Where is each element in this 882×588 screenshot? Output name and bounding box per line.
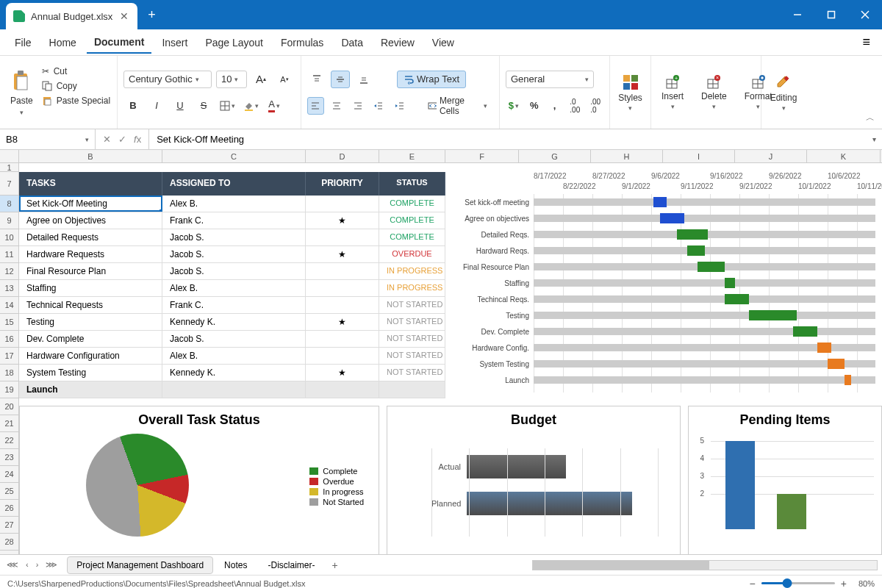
decrease-indent-button[interactable] (370, 97, 387, 115)
table-cell[interactable]: OVERDUE (379, 246, 445, 262)
column-header-tasks[interactable]: TASKS (19, 172, 162, 196)
column-header-assigned[interactable]: ASSIGNED TO (162, 172, 306, 196)
row-header[interactable]: 15 (0, 314, 19, 331)
column-headers[interactable]: BCDEFGHIJK (0, 150, 882, 163)
column-header[interactable]: D (306, 150, 379, 162)
zoom-slider-thumb[interactable] (782, 578, 792, 588)
row-header[interactable]: 23 (0, 449, 19, 466)
align-middle-button[interactable] (331, 71, 350, 88)
table-cell[interactable]: Hardware Configuration (19, 348, 162, 364)
row-header[interactable]: 25 (0, 483, 19, 500)
row-header[interactable]: 16 (0, 331, 19, 348)
font-size-dropdown[interactable]: 10▾ (216, 71, 247, 88)
menu-more-icon[interactable]: ≡ (858, 32, 875, 53)
table-cell[interactable] (306, 331, 379, 347)
column-header[interactable]: F (445, 150, 519, 162)
borders-button[interactable] (218, 97, 237, 115)
row-headers[interactable]: 1789101112131415161718192021222324252627… (0, 163, 19, 554)
row-header[interactable]: 10 (0, 229, 19, 246)
table-row[interactable]: System TestingKennedy K.★NOT STARTED (19, 365, 445, 381)
align-center-button[interactable] (329, 97, 345, 115)
table-cell[interactable]: COMPLETE (379, 212, 445, 229)
table-cell[interactable]: Jacob S. (162, 246, 306, 262)
table-cell[interactable]: Alex B. (162, 348, 306, 364)
font-name-dropdown[interactable]: Century Gothic▾ (123, 71, 212, 88)
italic-button[interactable]: I (147, 97, 166, 115)
column-header[interactable]: K (807, 150, 881, 162)
decrease-font-button[interactable]: A▾ (275, 71, 294, 88)
table-row[interactable]: Dev. CompleteJacob S.NOT STARTED (19, 331, 445, 348)
table-cell[interactable] (306, 263, 379, 279)
document-tab[interactable]: Annual Budget.xlsx ✕ (6, 3, 137, 29)
table-cell[interactable] (306, 297, 379, 313)
row-header[interactable]: 19 (0, 381, 19, 398)
new-tab-button[interactable]: + (137, 7, 166, 23)
table-cell[interactable]: Frank C. (162, 297, 306, 313)
formula-input[interactable]: Set Kick-Off Meeting (149, 134, 867, 145)
row-header[interactable]: 8 (0, 196, 19, 212)
row-header[interactable]: 1 (0, 163, 19, 172)
column-header-priority[interactable]: PRIORITY (306, 172, 379, 196)
table-row[interactable]: Agree on ObjectivesFrank C.★COMPLETE (19, 212, 445, 229)
number-format-dropdown[interactable]: General▾ (506, 71, 594, 88)
sheet-tab[interactable]: Project Management Dashboard (67, 556, 213, 574)
table-cell[interactable] (306, 381, 379, 398)
maximize-button[interactable] (814, 0, 848, 29)
table-cell[interactable]: Jacob S. (162, 263, 306, 279)
increase-font-button[interactable]: A▴ (251, 71, 270, 88)
row-header[interactable]: 29 (0, 551, 19, 554)
menu-document[interactable]: Document (87, 32, 151, 54)
column-header[interactable]: B (19, 150, 162, 162)
row-header[interactable]: 22 (0, 432, 19, 449)
paste-button[interactable]: Paste ▾ (6, 66, 37, 119)
row-header[interactable]: 14 (0, 297, 19, 314)
menu-file[interactable]: File (7, 32, 39, 53)
spreadsheet-grid[interactable]: BCDEFGHIJK 17891011121314151617181920212… (0, 150, 882, 554)
menu-home[interactable]: Home (42, 32, 84, 53)
add-sheet-button[interactable]: + (326, 556, 343, 574)
table-cell[interactable]: Set Kick-Off Meeting (19, 196, 162, 212)
table-cell[interactable] (306, 196, 379, 212)
table-cell[interactable]: Final Resource Plan (19, 263, 162, 279)
fx-icon[interactable]: fx (134, 134, 141, 145)
insert-button[interactable]: +Insert▾ (657, 72, 688, 113)
currency-button[interactable]: $ (506, 97, 522, 115)
table-cell[interactable]: Agree on Objectives (19, 212, 162, 229)
expand-formula-bar-button[interactable]: ▾ (867, 135, 882, 143)
scrollbar-thumb[interactable] (533, 561, 709, 570)
align-bottom-button[interactable] (354, 71, 373, 88)
menu-data[interactable]: Data (334, 32, 370, 53)
table-row[interactable]: Hardware ConfigurationAlex B.NOT STARTED (19, 348, 445, 365)
cancel-formula-icon[interactable]: ✕ (103, 134, 111, 145)
table-cell[interactable]: ★ (306, 246, 379, 262)
menu-formulas[interactable]: Formulas (273, 32, 331, 53)
row-header[interactable]: 24 (0, 466, 19, 483)
table-cell[interactable]: Jacob S. (162, 331, 306, 347)
paste-special-button[interactable]: Paste Special (42, 96, 110, 106)
comma-button[interactable]: , (547, 97, 563, 115)
table-row[interactable]: Detailed RequestsJacob S.COMPLETE (19, 229, 445, 246)
underline-button[interactable]: U (171, 97, 190, 115)
table-cell[interactable]: COMPLETE (379, 229, 445, 245)
row-header[interactable]: 27 (0, 517, 19, 534)
strikethrough-button[interactable]: S (194, 97, 213, 115)
decrease-decimal-button[interactable]: .00.0 (587, 97, 603, 115)
table-cell[interactable]: Hardware Requests (19, 246, 162, 262)
table-cell[interactable]: ★ (306, 314, 379, 330)
delete-button[interactable]: ×Delete▾ (697, 72, 731, 113)
row-header[interactable]: 12 (0, 263, 19, 280)
table-cell[interactable]: NOT STARTED (379, 331, 445, 347)
table-cell[interactable]: NOT STARTED (379, 314, 445, 330)
table-cell[interactable] (306, 348, 379, 364)
table-row[interactable]: Technical RequestsFrank C.NOT STARTED (19, 297, 445, 314)
table-cell[interactable]: Jacob S. (162, 229, 306, 245)
row-header[interactable]: 7 (0, 172, 19, 196)
sheet-tab[interactable]: -Disclaimer- (258, 556, 324, 574)
row-header[interactable]: 9 (0, 212, 19, 229)
sheet-nav-next-icon[interactable]: › (34, 559, 41, 571)
table-cell[interactable]: NOT STARTED (379, 297, 445, 313)
column-header[interactable]: J (735, 150, 807, 162)
table-row[interactable]: Hardware RequestsJacob S.★OVERDUE (19, 246, 445, 263)
column-header-status[interactable]: STATUS (379, 172, 445, 196)
table-row[interactable]: TestingKennedy K.★NOT STARTED (19, 314, 445, 331)
